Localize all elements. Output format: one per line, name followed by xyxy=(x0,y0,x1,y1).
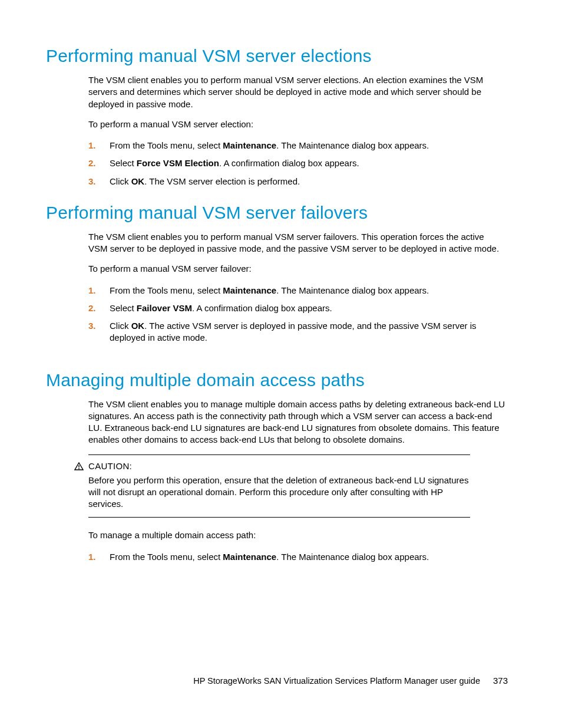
section-body: The VSM client enables you to perform ma… xyxy=(88,74,505,187)
ordered-steps: 1. From the Tools menu, select Maintenan… xyxy=(88,551,505,563)
ordered-steps: 1. From the Tools menu, select Maintenan… xyxy=(88,285,505,344)
step-text-bold: Maintenance xyxy=(223,552,276,562)
step-text-bold: OK xyxy=(131,176,145,186)
step-text-pre: Select xyxy=(110,158,137,168)
caution-label: CAUTION: xyxy=(88,461,132,471)
step-text-post: . A confirmation dialog box appears. xyxy=(219,158,359,168)
step-item: 2. Select Failover VSM. A confirmation d… xyxy=(88,302,505,314)
step-item: 1. From the Tools menu, select Maintenan… xyxy=(88,140,505,151)
step-item: 2. Select Force VSM Election. A confirma… xyxy=(88,157,505,169)
lead-paragraph: To manage a multiple domain access path: xyxy=(88,529,505,541)
step-item: 1. From the Tools menu, select Maintenan… xyxy=(88,285,505,297)
step-text-bold: Maintenance xyxy=(223,285,276,295)
section-heading: Performing manual VSM server elections xyxy=(46,46,508,66)
step-text-post: . The VSM server election is performed. xyxy=(144,176,300,186)
step-number: 2. xyxy=(88,302,96,314)
step-text-pre: From the Tools menu, select xyxy=(110,140,223,150)
page-number: 373 xyxy=(493,676,508,686)
section-body: The VSM client enables you to manage mul… xyxy=(88,398,505,563)
svg-point-2 xyxy=(78,468,80,469)
section-heading: Managing multiple domain access paths xyxy=(46,370,508,390)
section-heading: Performing manual VSM server failovers xyxy=(46,203,508,223)
step-text-bold: Failover VSM xyxy=(137,303,192,313)
step-item: 3. Click OK. The VSM server election is … xyxy=(88,176,505,187)
step-number: 1. xyxy=(88,140,96,151)
step-text-post: . The Maintenance dialog box appears. xyxy=(276,552,429,562)
caution-header: CAUTION: xyxy=(74,461,505,471)
step-number: 1. xyxy=(88,551,96,563)
step-text-pre: Click xyxy=(110,176,131,186)
step-text-pre: From the Tools menu, select xyxy=(110,285,223,295)
step-text-post: . The active VSM server is deployed in p… xyxy=(110,321,477,342)
step-text-pre: Click xyxy=(110,321,131,331)
step-number: 2. xyxy=(88,157,96,169)
document-page: Performing manual VSM server elections T… xyxy=(0,0,562,728)
step-item: 3. Click OK. The active VSM server is de… xyxy=(88,320,505,344)
step-number: 1. xyxy=(88,285,96,297)
intro-paragraph: The VSM client enables you to perform ma… xyxy=(88,231,505,255)
step-text-pre: From the Tools menu, select xyxy=(110,552,223,562)
intro-paragraph: The VSM client enables you to manage mul… xyxy=(88,398,505,446)
step-number: 3. xyxy=(88,320,96,332)
lead-paragraph: To perform a manual VSM server election: xyxy=(88,118,505,130)
divider xyxy=(88,454,470,455)
section-body: The VSM client enables you to perform ma… xyxy=(88,231,505,344)
page-footer: HP StorageWorks SAN Virtualization Servi… xyxy=(193,676,508,686)
step-item: 1. From the Tools menu, select Maintenan… xyxy=(88,551,505,563)
step-text-bold: Maintenance xyxy=(223,140,276,150)
caution-text: Before you perform this operation, ensur… xyxy=(88,475,470,510)
ordered-steps: 1. From the Tools menu, select Maintenan… xyxy=(88,140,505,187)
footer-title: HP StorageWorks SAN Virtualization Servi… xyxy=(193,676,480,686)
step-text-post: . The Maintenance dialog box appears. xyxy=(276,285,429,295)
step-text-bold: Force VSM Election xyxy=(137,158,219,168)
intro-paragraph: The VSM client enables you to perform ma… xyxy=(88,74,505,110)
lead-paragraph: To perform a manual VSM server failover: xyxy=(88,263,505,275)
step-text-post: . The Maintenance dialog box appears. xyxy=(276,140,429,150)
step-text-post: . A confirmation dialog box appears. xyxy=(192,303,332,313)
divider xyxy=(88,517,470,518)
caution-callout: CAUTION: Before you perform this operati… xyxy=(88,454,505,518)
caution-icon xyxy=(74,462,84,470)
step-number: 3. xyxy=(88,176,96,187)
step-text-bold: OK xyxy=(131,321,145,331)
step-text-pre: Select xyxy=(110,303,137,313)
